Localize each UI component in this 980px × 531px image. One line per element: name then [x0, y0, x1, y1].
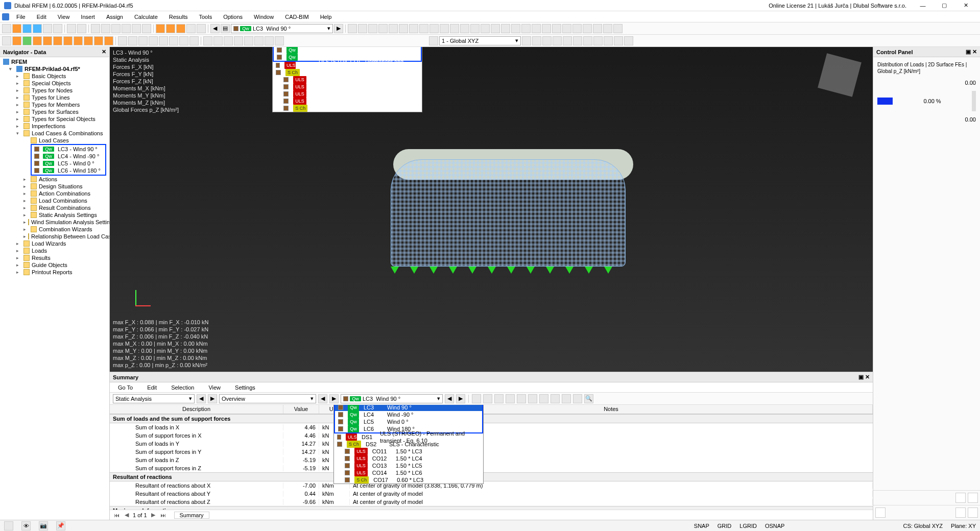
menu-window[interactable]: Window: [250, 13, 278, 21]
dropdown-item[interactable]: ULSCO131.50 * LC5: [334, 462, 483, 469]
minimize-button[interactable]: —: [913, 1, 933, 11]
tool-icon[interactable]: [563, 36, 572, 45]
tool-icon[interactable]: [593, 36, 603, 45]
summary-edit[interactable]: Edit: [143, 383, 161, 392]
status-snap[interactable]: SNAP: [694, 523, 709, 529]
menu-tools[interactable]: Tools: [195, 13, 216, 21]
tool-icon[interactable]: [562, 24, 571, 33]
dropdown-item[interactable]: QwLC5Wind 0 °: [274, 47, 421, 54]
tool-icon[interactable]: [573, 394, 582, 403]
open-button[interactable]: [12, 24, 21, 33]
summary-lc-combo[interactable]: Qw LC3 Wind 90 ° ▾: [341, 394, 443, 403]
tool-icon[interactable]: [94, 36, 103, 45]
tool-icon[interactable]: [33, 36, 42, 45]
status-eye-icon[interactable]: 👁: [21, 521, 31, 530]
cp-tool-icon[interactable]: [875, 508, 886, 518]
layout3-icon[interactable]: [132, 24, 141, 33]
tool-icon[interactable]: [450, 24, 459, 33]
tool-icon[interactable]: [368, 24, 377, 33]
tool-icon[interactable]: [501, 24, 510, 33]
dropdown-item[interactable]: ULSDS1ULS (STR/GEO) - Permanent and tran…: [273, 62, 422, 69]
table-row[interactable]: Sum of support forces in Z-5.19kN: [110, 464, 873, 472]
prev-icon[interactable]: ◀: [445, 394, 454, 403]
menu-insert[interactable]: Insert: [77, 13, 99, 21]
dropdown-item[interactable]: S ChCO170.60 * LC3: [334, 476, 483, 484]
run-button[interactable]: [156, 24, 165, 33]
axis-gizmo[interactable]: [135, 290, 156, 310]
tool-icon[interactable]: [213, 36, 223, 45]
tool-icon[interactable]: [138, 36, 148, 45]
tree-item[interactable]: ▸Action Combinations: [0, 190, 109, 197]
tool-icon[interactable]: [275, 36, 284, 45]
print-button[interactable]: [53, 24, 62, 33]
tool-icon[interactable]: [74, 36, 83, 45]
tree-file[interactable]: ▾ RFEM-Priklad-04.rf5*: [0, 65, 109, 73]
cp-tool-icon[interactable]: [955, 493, 966, 503]
summary-lc-dropdown[interactable]: QwLC3Wind 90 °QwLC4Wind -90 °QwLC5Wind 0…: [333, 405, 484, 484]
tool-icon[interactable]: [409, 24, 418, 33]
last-page-icon[interactable]: ⏭: [159, 512, 167, 518]
tool-icon[interactable]: [179, 36, 188, 45]
tree-item[interactable]: ▸Design Situations: [0, 183, 109, 190]
status-lgrid[interactable]: LGRID: [739, 523, 757, 529]
loadcase-item[interactable]: QwLC6 - Wind 180 °: [32, 167, 105, 174]
tree-item[interactable]: ▸Actions: [0, 176, 109, 183]
redo-button[interactable]: [77, 24, 86, 33]
tool-icon[interactable]: [483, 394, 492, 403]
dropdown-item[interactable]: ULSCO121.50 * LC4: [334, 455, 483, 462]
view-cube[interactable]: [818, 53, 862, 97]
tool-icon[interactable]: [389, 24, 398, 33]
tool-icon[interactable]: [399, 24, 408, 33]
view-icon[interactable]: [101, 24, 110, 33]
dropdown-item[interactable]: S ChCO170.60 * LC3: [273, 105, 422, 112]
tool-icon[interactable]: [358, 24, 367, 33]
tool-icon[interactable]: [521, 24, 531, 33]
next-icon[interactable]: ▶: [329, 394, 339, 403]
summary-goto[interactable]: Go To: [114, 383, 137, 392]
tool-icon[interactable]: [63, 36, 73, 45]
tree-item[interactable]: ▸Relationship Between Load Cases: [0, 233, 109, 240]
next-icon[interactable]: ▶: [456, 394, 465, 403]
next-page-icon[interactable]: ▶: [150, 512, 156, 518]
tree-item[interactable]: ▸Types for Special Objects: [0, 115, 109, 123]
status-osnap[interactable]: OSNAP: [765, 523, 785, 529]
tool-icon[interactable]: [440, 24, 449, 33]
tool-icon[interactable]: [573, 36, 582, 45]
tree-item[interactable]: ▸Load Combinations: [0, 197, 109, 204]
cp-dock-icon[interactable]: ▣: [966, 49, 971, 55]
tool-icon[interactable]: [118, 36, 127, 45]
search-icon[interactable]: 🔍: [584, 394, 593, 403]
tree-item[interactable]: ▸Types for Surfaces: [0, 108, 109, 115]
tool-icon[interactable]: [348, 24, 357, 33]
prev-icon[interactable]: ◀: [197, 394, 206, 403]
saveall-button[interactable]: [43, 24, 52, 33]
viewport-3d[interactable]: LC3 - Wind 90 °Static AnalysisForces F_X…: [110, 47, 873, 372]
tool-icon[interactable]: [128, 36, 137, 45]
status-pin-icon[interactable]: 📌: [56, 521, 65, 530]
tool-icon[interactable]: [419, 24, 428, 33]
tool-icon[interactable]: [603, 24, 612, 33]
close-button[interactable]: ✕: [955, 1, 976, 11]
tool-icon[interactable]: [244, 36, 253, 45]
tool-icon[interactable]: [542, 24, 551, 33]
table-row[interactable]: Sum of support forces in X4.46kN: [110, 431, 873, 440]
table-row[interactable]: Sum of loads in X4.46kN: [110, 423, 873, 431]
tool-icon[interactable]: [53, 36, 62, 45]
tool-icon[interactable]: [224, 36, 233, 45]
run2-button[interactable]: [166, 24, 175, 33]
cp-tool-icon[interactable]: [968, 508, 978, 518]
menu-edit[interactable]: Edit: [33, 13, 51, 21]
tool-icon[interactable]: [613, 24, 623, 33]
summary-view[interactable]: View: [204, 383, 225, 392]
menu-calculate[interactable]: Calculate: [130, 13, 162, 21]
tree-item[interactable]: ▸Basic Objects: [0, 73, 109, 80]
tool-icon[interactable]: [583, 24, 592, 33]
tool-icon[interactable]: [572, 24, 582, 33]
analysis-type-combo[interactable]: Static Analysis ▾: [113, 394, 195, 403]
tree-item[interactable]: ▸Special Objects: [0, 80, 109, 87]
menu-cadbim[interactable]: CAD-BIM: [281, 13, 313, 21]
table-row[interactable]: Resultant of reactions about X-7.00kNmAt…: [110, 481, 873, 490]
tree-item[interactable]: ▸Imperfections: [0, 123, 109, 130]
tree-item[interactable]: ▸Load Wizards: [0, 240, 109, 247]
tree-item[interactable]: ▸Result Combinations: [0, 204, 109, 211]
